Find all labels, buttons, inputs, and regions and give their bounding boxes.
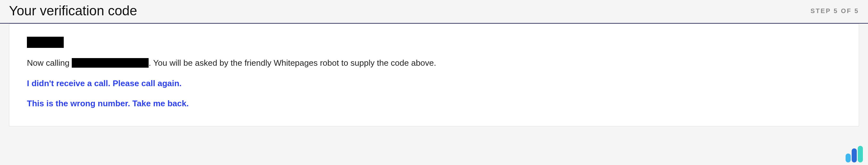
page-title: Your verification code [9,3,137,18]
wrong-number-link[interactable]: This is the wrong number. Take me back. [27,98,841,109]
verification-code-redacted [27,37,64,48]
calling-suffix: . You will be asked by the friendly Whit… [149,58,436,68]
call-again-link[interactable]: I didn't receive a call. Please call aga… [27,79,841,88]
phone-number-redacted [72,58,149,68]
header-row: Your verification code STEP 5 OF 5 [0,0,868,24]
calling-prefix: Now calling [27,58,72,68]
verification-card: Now calling . You will be asked by the f… [9,24,859,126]
step-indicator: STEP 5 OF 5 [810,7,859,15]
calling-instruction: Now calling . You will be asked by the f… [27,58,841,68]
